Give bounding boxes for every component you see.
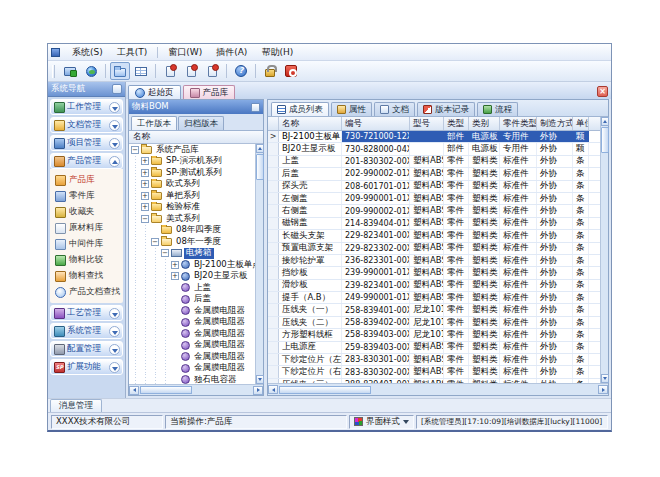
tree-node-8[interactable]: −08年一季度: [129, 236, 255, 248]
scroll-down-button[interactable]: [256, 375, 264, 384]
expand-chevron-icon[interactable]: [109, 362, 120, 373]
column-header-4[interactable]: 类别: [469, 117, 500, 130]
tree-column-header[interactable]: 名称: [129, 131, 263, 144]
column-header-7[interactable]: 单位: [573, 117, 589, 130]
member-tab-0[interactable]: 成员列表: [271, 102, 329, 116]
table-row[interactable]: 左侧盖209-990001-01X塑料ABS零件塑料类标准件外协条: [268, 193, 600, 205]
table-row[interactable]: 后盖202-990002-01X塑料ABS零件塑料类标准件外协条: [268, 168, 600, 180]
tree-expander[interactable]: −: [131, 146, 139, 154]
exit-button[interactable]: [281, 62, 301, 80]
member-tab-2[interactable]: 文档: [374, 102, 415, 116]
member-tab-4[interactable]: 流程: [477, 102, 518, 116]
tree-expander[interactable]: −: [161, 249, 169, 257]
collapse-chevron-icon[interactable]: [109, 156, 120, 167]
menu-item-1[interactable]: 工具(T): [110, 45, 155, 60]
scroll-right-button[interactable]: [253, 386, 263, 395]
sidebar-section-header-0[interactable]: 工作管理: [50, 99, 123, 115]
tree-node-12[interactable]: 上盖: [129, 282, 255, 294]
table-row[interactable]: 下纱定位片（左）283-830301-00X塑料ABS零件塑料类标准件外协条: [268, 354, 600, 366]
tree-expander[interactable]: +: [141, 180, 149, 188]
sidebar-item-0[interactable]: 产品库: [55, 172, 123, 188]
table-row[interactable]: 磁钢盖214-839404-01X塑料ABS零件塑料类标准件外协条: [268, 218, 600, 230]
tree-node-18[interactable]: 金属膜电阻器: [129, 351, 255, 363]
expand-chevron-icon[interactable]: [109, 344, 120, 355]
table-row[interactable]: 探头壳208-601701-01X塑料ABS零件塑料类标准件外协条: [268, 181, 600, 193]
tree-node-4[interactable]: +单把系列: [129, 190, 255, 202]
table-row[interactable]: 方形塑料线框258-839403-00X尼龙1010零件塑料类标准件外协条: [268, 329, 600, 341]
scroll-thumb[interactable]: [256, 154, 264, 180]
tree-horizontal-scrollbar[interactable]: [129, 384, 263, 395]
table-row[interactable]: 压线夹（二）258-839402-00X尼龙1010零件塑料类标准件外协条: [268, 317, 600, 329]
table-row[interactable]: 预置电源支架229-823302-00X塑料ABS零件塑料类标准件外协条: [268, 243, 600, 255]
table-row[interactable]: 下纱定位片（右）283-830302-00X塑料ABS零件塑料类标准件外协条: [268, 366, 600, 378]
bom-panel-menu-button[interactable]: [251, 103, 260, 112]
expand-chevron-icon[interactable]: [109, 102, 120, 113]
column-header-5[interactable]: 零件类型: [500, 117, 537, 130]
scroll-right-button[interactable]: [598, 385, 608, 394]
ui-style-selector[interactable]: 界面样式: [349, 415, 414, 429]
bom-tab-1[interactable]: 归档版本: [178, 116, 224, 130]
expand-chevron-icon[interactable]: [109, 138, 120, 149]
bom-tab-0[interactable]: 工作版本: [131, 116, 177, 130]
monitor-button[interactable]: [60, 62, 80, 80]
sidebar-item-1[interactable]: 零件库: [55, 188, 123, 204]
scroll-down-button[interactable]: [601, 374, 609, 383]
expand-chevron-icon[interactable]: [109, 120, 120, 131]
doc-badge2-button[interactable]: [181, 62, 201, 80]
tree-expander[interactable]: −: [141, 215, 149, 223]
sidebar-section-header-7[interactable]: SP扩展功能: [50, 359, 123, 375]
tree-expander[interactable]: +: [171, 272, 179, 280]
table-row[interactable]: 长磁头支架229-823401-00X塑料ABS零件塑料类标准件外协条: [268, 230, 600, 242]
scroll-thumb[interactable]: [279, 386, 371, 394]
column-header-1[interactable]: 编号: [342, 117, 410, 130]
scroll-up-button[interactable]: [601, 117, 609, 126]
table-row[interactable]: 接纱轮护罩236-823301-00X塑料ABS零件塑料类标准件外协条: [268, 255, 600, 267]
table-vertical-scrollbar[interactable]: [600, 117, 608, 383]
sidebar-section-header-1[interactable]: 文档管理: [50, 117, 123, 133]
table-row[interactable]: 挡纱板239-990001-01X塑料ABS零件塑料类标准件外协条: [268, 267, 600, 279]
scroll-left-button[interactable]: [268, 385, 278, 394]
help-button[interactable]: ?: [231, 62, 251, 80]
folder-button[interactable]: [110, 62, 130, 80]
sidebar-section-header-6[interactable]: 配置管理: [50, 341, 123, 357]
sidebar-item-4[interactable]: 中间件库: [55, 236, 123, 252]
tree-node-15[interactable]: 金属膜电阻器: [129, 317, 255, 329]
scroll-thumb[interactable]: [140, 386, 192, 394]
sidebar-item-3[interactable]: 原材料库: [55, 220, 123, 236]
tree-node-17[interactable]: 金属膜电阻器: [129, 340, 255, 352]
sidebar-section-header-3[interactable]: 产品管理: [50, 153, 123, 169]
tree-expander[interactable]: +: [141, 157, 149, 165]
table-row[interactable]: >BJ-2100主板单点730-721000-12X部件电源板专用件外协颗: [268, 131, 600, 143]
scroll-thumb[interactable]: [601, 127, 609, 153]
menu-item-0[interactable]: 系统(S): [65, 45, 110, 60]
tree-node-6[interactable]: −美式系列: [129, 213, 255, 225]
tree-expander[interactable]: +: [141, 192, 149, 200]
table-horizontal-scrollbar[interactable]: [268, 383, 608, 395]
close-tab-button[interactable]: ×: [597, 86, 608, 97]
table-row[interactable]: 提手（A.B）249-990001-01X塑料ABS零件塑料类标准件外协条: [268, 292, 600, 304]
sidebar-item-7[interactable]: 产品文档查找: [55, 284, 123, 300]
doc-tab-0[interactable]: 起始页: [128, 85, 181, 99]
doc-badge3-button[interactable]: [202, 62, 222, 80]
sidebar-item-2[interactable]: 收藏夹: [55, 204, 123, 220]
table-row[interactable]: 上电源座259-839403-00X塑料ABS零件塑料类标准件外协条: [268, 342, 600, 354]
message-manager-tab[interactable]: 消息管理: [50, 399, 102, 412]
expand-chevron-icon[interactable]: [109, 308, 120, 319]
tree-node-16[interactable]: 金属膜电阻器: [129, 328, 255, 340]
lock-button[interactable]: [260, 62, 280, 80]
tree-node-9[interactable]: −电烤箱: [129, 248, 255, 260]
sidebar-section-header-5[interactable]: 系统管理: [50, 323, 123, 339]
globe-button[interactable]: [81, 62, 101, 80]
column-header-0[interactable]: 名称: [279, 117, 342, 130]
tree-node-3[interactable]: +欧式系列: [129, 179, 255, 191]
expand-chevron-icon[interactable]: [109, 326, 120, 337]
tree-node-14[interactable]: 金属膜电阻器: [129, 305, 255, 317]
tree-node-7[interactable]: 08年四季度: [129, 225, 255, 237]
scroll-up-button[interactable]: [256, 144, 264, 153]
tree-node-0[interactable]: −系统产品库: [129, 144, 255, 156]
tree-node-13[interactable]: 后盖: [129, 294, 255, 306]
tree-node-2[interactable]: +SP-测试机系列: [129, 167, 255, 179]
column-header-6[interactable]: 制造方式: [537, 117, 573, 130]
tree-node-20[interactable]: 独石电容器: [129, 374, 255, 384]
tree-expander[interactable]: +: [141, 203, 149, 211]
